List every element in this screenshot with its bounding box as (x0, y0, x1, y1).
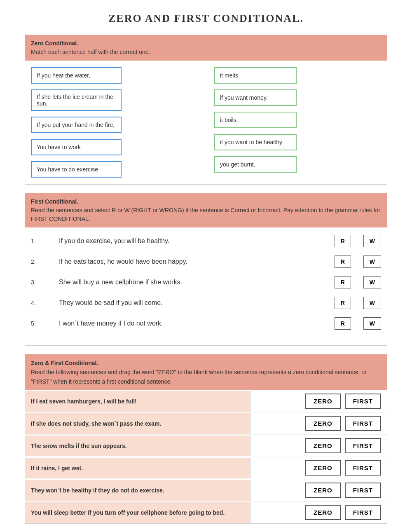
zf-drag-row-1: If I eat seven hamburgers, I will be ful… (25, 390, 387, 412)
match-area: If you heat the water, If she lets the i… (25, 61, 387, 184)
right-card-2[interactable]: if you want money. (214, 89, 297, 106)
zf-zero-btn-5[interactable]: ZERO (305, 483, 341, 498)
zf-drag-area-5: ZERO FIRST (300, 479, 387, 501)
zf-sentence-5: They won´t be healthy if they do not do … (25, 480, 250, 501)
fc-row-3: 3. She will buy a new cellphone if she w… (31, 276, 381, 288)
first-conditional-title: First Conditional. (31, 197, 381, 206)
fc-num-3: 3. (31, 279, 42, 286)
zf-first-btn-5[interactable]: FIRST (345, 483, 381, 498)
fc-buttons-4: R W (335, 297, 381, 309)
zf-zero-btn-6[interactable]: ZERO (305, 505, 341, 520)
zf-sentence-2: If she does not study, she won´t pass th… (25, 413, 250, 434)
zf-zero-btn-3[interactable]: ZERO (305, 438, 341, 453)
fc-num-1: 1. (31, 238, 42, 244)
fc-buttons-2: R W (335, 255, 381, 268)
zf-drag-area-4: ZERO FIRST (300, 457, 387, 479)
fc-w-btn-5[interactable]: W (363, 317, 381, 330)
zf-first-btn-6[interactable]: FIRST (345, 505, 381, 520)
fc-num-5: 5. (31, 320, 42, 327)
zf-drag-row-2: If she does not study, she won´t pass th… (25, 412, 387, 435)
left-card-4[interactable]: You have to work (31, 139, 122, 155)
zf-first-btn-3[interactable]: FIRST (345, 438, 381, 453)
right-card-3[interactable]: it boils. (214, 112, 297, 128)
zf-first-btn-2[interactable]: FIRST (345, 416, 381, 431)
right-card-1[interactable]: it melts. (214, 67, 297, 84)
right-card-5[interactable]: you get burnt. (214, 156, 297, 173)
page-title: ZERO AND FIRST CONDITIONAL. (25, 12, 387, 25)
fc-num-4: 4. (31, 300, 42, 306)
zf-sentence-3: The snow melts if the sun appears. (25, 436, 250, 456)
zf-first-btn-1[interactable]: FIRST (345, 394, 381, 409)
fc-r-btn-4[interactable]: R (335, 297, 351, 309)
fc-w-btn-4[interactable]: W (363, 297, 381, 309)
zf-sentence-6: You will sleep better if you turn off yo… (25, 502, 250, 523)
zero-conditional-subtitle: Match each sentence half with the correc… (31, 48, 381, 56)
left-card-2[interactable]: If she lets the ice cream in the sun, (31, 89, 122, 111)
fc-sentence-3: She will buy a new cellphone if she work… (59, 279, 318, 286)
zf-blank-1[interactable] (250, 391, 300, 412)
zf-drag-row-6: You will sleep better if you turn off yo… (25, 502, 387, 523)
fc-row-2: 2. If he eats tacos, he would have been … (31, 255, 381, 268)
match-left-column: If you heat the water, If she lets the i… (31, 67, 198, 178)
fc-w-btn-2[interactable]: W (363, 255, 381, 268)
zf-drag-area-3: ZERO FIRST (300, 435, 387, 457)
zf-blank-5[interactable] (250, 480, 300, 501)
left-card-5[interactable]: You have to do exercise (31, 161, 122, 178)
fc-sentence-1: If you do exercise, you will be healthy. (59, 237, 318, 245)
fc-buttons-1: R W (335, 235, 381, 247)
zf-drag-row-5: They won´t be healthy if they do not do … (25, 479, 387, 502)
zf-zero-btn-1[interactable]: ZERO (305, 394, 341, 409)
right-card-4[interactable]: if you want to be healthy (214, 134, 297, 150)
zf-drag-row-4: If it rains, I get wet. ZERO FIRST (25, 457, 387, 479)
fc-questions: 1. If you do exercise, you will be healt… (25, 227, 387, 345)
match-right-column: it melts. if you want money. it boils. i… (214, 67, 381, 178)
zf-drag-area-1: ZERO FIRST (300, 390, 387, 412)
zero-conditional-section: Zero Conditional. Match each sentence ha… (25, 35, 387, 185)
fc-r-btn-5[interactable]: R (335, 317, 351, 330)
fc-sentence-5: I won´t have money if I do not work. (59, 320, 318, 327)
fc-r-btn-3[interactable]: R (335, 276, 351, 288)
zf-blank-6[interactable] (250, 502, 300, 523)
fc-row-4: 4. They would be sad if you will come. R… (31, 297, 381, 309)
left-card-1[interactable]: If you heat the water, (31, 67, 122, 84)
zf-zero-btn-2[interactable]: ZERO (305, 416, 341, 431)
fc-sentence-2: If he eats tacos, he would have been hap… (59, 258, 318, 265)
zf-title: Zero & First Conditional. (31, 360, 98, 366)
zero-conditional-header: Zero Conditional. Match each sentence ha… (25, 35, 387, 61)
fc-buttons-3: R W (335, 276, 381, 288)
fc-buttons-5: R W (335, 317, 381, 330)
zf-sentence-4: If it rains, I get wet. (25, 458, 250, 478)
zf-first-btn-4[interactable]: FIRST (345, 460, 381, 476)
first-conditional-section: First Conditional. Read the sentences an… (25, 193, 387, 346)
first-conditional-header: First Conditional. Read the sentences an… (25, 193, 387, 227)
left-card-3[interactable]: If you put your hand in the fire, (31, 117, 122, 133)
zf-header: Zero & First Conditional. Read the follo… (25, 354, 387, 390)
zf-drag-area-6: ZERO FIRST (300, 502, 387, 523)
fc-r-btn-2[interactable]: R (335, 255, 351, 268)
zf-rows: If I eat seven hamburgers, I will be ful… (25, 390, 387, 523)
fc-r-btn-1[interactable]: R (335, 235, 351, 247)
fc-w-btn-1[interactable]: W (363, 235, 381, 247)
fc-sentence-4: They would be sad if you will come. (59, 299, 318, 307)
zf-drag-area-2: ZERO FIRST (300, 412, 387, 434)
zf-zero-btn-4[interactable]: ZERO (305, 460, 341, 476)
zf-blank-4[interactable] (250, 458, 300, 478)
fc-row-1: 1. If you do exercise, you will be healt… (31, 235, 381, 247)
fc-num-2: 2. (31, 258, 42, 265)
first-conditional-subtitle: Read the sentences and select R or W (RI… (31, 206, 381, 223)
zf-drag-row-3: The snow melts if the sun appears. ZERO … (25, 435, 387, 457)
zf-subtitle: Read the following sentences and drag th… (31, 369, 367, 384)
zero-first-drag-section: Zero & First Conditional. Read the follo… (25, 354, 387, 524)
zf-sentence-1: If I eat seven hamburgers, I will be ful… (25, 391, 250, 412)
fc-row-5: 5. I won´t have money if I do not work. … (31, 317, 381, 330)
fc-w-btn-3[interactable]: W (363, 276, 381, 288)
zf-blank-3[interactable] (250, 436, 300, 456)
zero-conditional-title: Zero Conditional. (31, 39, 381, 48)
zf-blank-2[interactable] (250, 413, 300, 434)
